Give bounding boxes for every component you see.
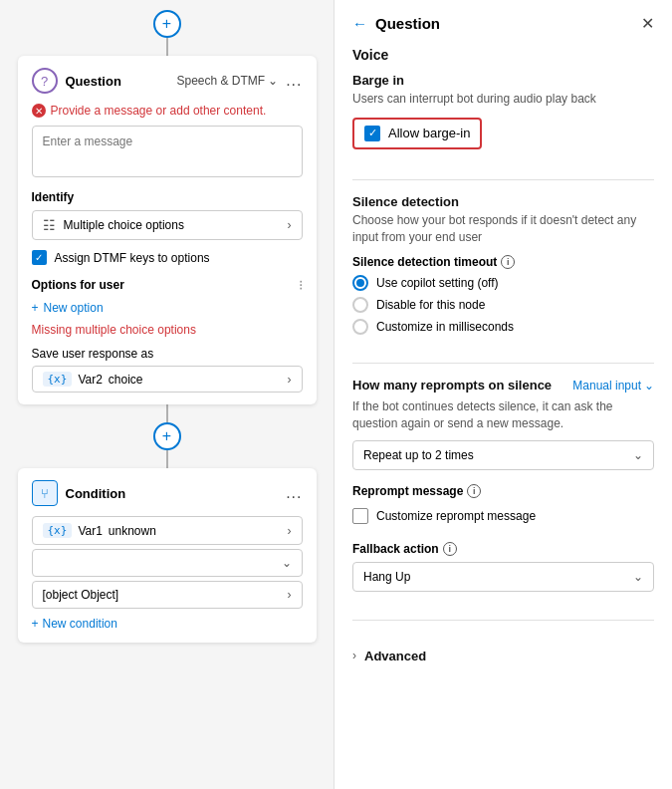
options-label: Options for user (32, 278, 124, 292)
cond-var-badge: {x} (43, 523, 73, 538)
radio-customize[interactable]: Customize in milliseconds (352, 319, 654, 335)
radio-customize-label: Customize in milliseconds (376, 320, 514, 334)
allow-barge-in-box[interactable]: ✓ Allow barge-in (352, 118, 482, 149)
card-title: Question (66, 74, 169, 89)
condition-rows: {x} Var1 unknown › ⌄ [object Object] (32, 516, 303, 609)
radio-copilot-label: Use copilot setting (off) (376, 276, 499, 290)
radio-disable[interactable]: Disable for this node (352, 297, 654, 313)
save-response-label: Save user response as (32, 347, 303, 361)
cond-chevron-right-icon: › (288, 524, 292, 538)
plus-icon-cond: + (32, 617, 39, 631)
radio-copilot-button[interactable] (352, 275, 368, 291)
back-button[interactable]: ← (352, 15, 367, 32)
close-button[interactable]: ✕ (641, 14, 654, 33)
drag-icon: ⁝ (299, 277, 303, 293)
allow-barge-in-checkbox[interactable]: ✓ (364, 126, 380, 141)
connector (166, 38, 168, 56)
panel-header-left: ← Question (352, 15, 440, 32)
condition-title: Condition (66, 486, 279, 501)
add-middle-button[interactable]: + (153, 422, 181, 450)
assign-dtmf-row[interactable]: ✓ Assign DTMF keys to options (32, 246, 303, 269)
divider3 (352, 620, 654, 621)
radio-copilot-inner (356, 279, 364, 287)
multiple-choice-option[interactable]: ☷ Multiple choice options › (32, 210, 303, 240)
silence-radio-group: Use copilot setting (off) Disable for th… (352, 275, 654, 335)
assign-dtmf-checkbox[interactable]: ✓ (32, 250, 47, 265)
fallback-chevron-down-icon: ⌄ (633, 570, 643, 584)
condition-icon: ⑂ (32, 480, 58, 506)
advanced-row[interactable]: › Advanced (352, 643, 654, 669)
allow-barge-in-label: Allow barge-in (388, 126, 470, 140)
cond-var-name: Var1 (78, 524, 102, 538)
plus-icon-new-option: + (32, 301, 39, 315)
add-top-button[interactable]: + (153, 10, 181, 38)
radio-disable-button[interactable] (352, 297, 368, 313)
repeat-chevron-down-icon: ⌄ (633, 448, 643, 462)
barge-in-section: Barge in Users can interrupt bot during … (352, 73, 654, 165)
fallback-info-icon[interactable]: i (443, 542, 457, 556)
chevron-down-icon: ⌄ (268, 74, 278, 88)
repeat-label: Repeat up to 2 times (363, 448, 474, 462)
plus-icon: + (162, 15, 171, 33)
new-condition-link[interactable]: + New condition (32, 617, 303, 631)
question-card: ? Question Speech & DTMF ⌄ ... ✕ Provide… (18, 56, 317, 404)
var-badge: {x} (43, 372, 73, 387)
radio-disable-label: Disable for this node (376, 298, 485, 312)
cond-row3-label: [object Object] (43, 588, 119, 602)
timeout-label: Silence detection timeout i (352, 255, 654, 269)
condition-menu-button[interactable]: ... (286, 484, 302, 502)
message-input[interactable] (32, 126, 303, 177)
fallback-label: Fallback action i (352, 542, 654, 556)
var-value: choice (109, 373, 143, 387)
divider2 (352, 363, 654, 364)
right-panel: ← Question ✕ Voice Barge in Users can in… (334, 0, 672, 789)
new-option-button[interactable]: + New option (32, 297, 104, 319)
radio-copilot[interactable]: Use copilot setting (off) (352, 275, 654, 291)
grid-icon: ☷ (43, 217, 56, 233)
customize-reprompt-checkbox[interactable] (352, 508, 368, 524)
advanced-label: Advanced (364, 649, 426, 663)
repeat-dropdown[interactable]: Repeat up to 2 times ⌄ (352, 440, 654, 470)
advanced-chevron-right-icon: › (352, 649, 356, 662)
condition-row-1[interactable]: {x} Var1 unknown › (32, 516, 303, 545)
cond-var-value: unknown (109, 524, 156, 538)
card-menu-button[interactable]: ... (286, 72, 302, 90)
condition-row-2[interactable]: ⌄ (32, 549, 303, 577)
radio-customize-button[interactable] (352, 319, 368, 335)
silence-detection-section: Silence detection Choose how your bot re… (352, 194, 654, 350)
reprompt-desc: If the bot continues detects silence, it… (352, 398, 654, 432)
card-header: ? Question Speech & DTMF ⌄ ... (32, 68, 303, 94)
identify-label: Identify (32, 190, 303, 204)
silence-detection-title: Silence detection (352, 194, 654, 209)
fallback-dropdown[interactable]: Hang Up ⌄ (352, 562, 654, 592)
speech-dtmf-subtitle[interactable]: Speech & DTMF ⌄ (176, 74, 278, 88)
condition-header: ⑂ Condition ... (32, 480, 303, 506)
reprompt-title: How many reprompts on silence (352, 378, 552, 393)
plus-icon-middle: + (162, 427, 171, 445)
divider1 (352, 179, 654, 180)
manual-input-link[interactable]: Manual input ⌄ (572, 379, 654, 393)
barge-in-desc: Users can interrupt bot during audio pla… (352, 91, 654, 108)
var-chevron-right-icon: › (288, 373, 292, 387)
cond-chevron-down-icon: ⌄ (282, 556, 292, 570)
error-icon: ✕ (32, 104, 46, 118)
options-header: Options for user ⁝ (32, 277, 303, 293)
fallback-value: Hang Up (363, 570, 410, 584)
error-message: ✕ Provide a message or add other content… (32, 104, 303, 118)
customize-reprompt-row[interactable]: Customize reprompt message (352, 504, 654, 528)
question-icon: ? (32, 68, 58, 94)
reprompt-msg-info-icon[interactable]: i (467, 484, 481, 498)
connector2 (166, 404, 168, 422)
barge-in-title: Barge in (352, 73, 654, 88)
timeout-info-icon[interactable]: i (501, 255, 515, 269)
cond-row3-chevron-icon: › (288, 588, 292, 602)
reprompt-msg-label: Reprompt message i (352, 484, 654, 498)
condition-row-3[interactable]: [object Object] › (32, 581, 303, 609)
reprompt-header: How many reprompts on silence Manual inp… (352, 378, 654, 393)
customize-reprompt-label: Customize reprompt message (376, 509, 536, 523)
left-panel: + ? Question Speech & DTMF ⌄ ... ✕ Provi… (0, 0, 334, 789)
panel-title: Question (375, 15, 440, 32)
chevron-down-manual-icon: ⌄ (644, 379, 654, 393)
var-row[interactable]: {x} Var2 choice › (32, 366, 303, 393)
condition-card: ⑂ Condition ... {x} Var1 unknown › (18, 468, 317, 643)
